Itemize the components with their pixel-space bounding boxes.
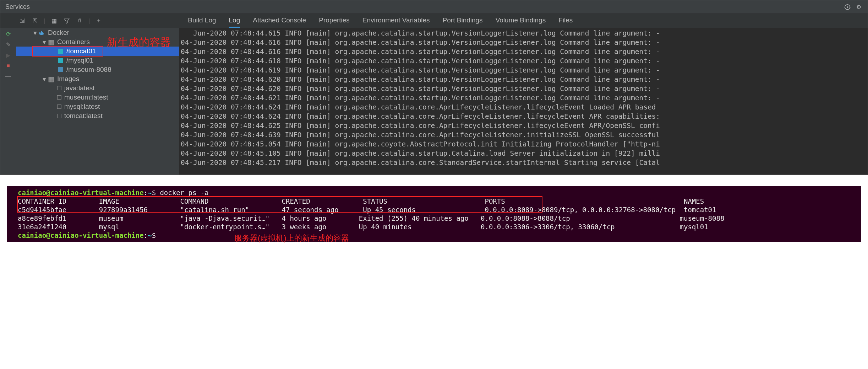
tree-java-latest[interactable]: java:latest [16, 84, 179, 93]
table-row: a8ce89febfd1 museum "java -Djava.securit… [18, 214, 859, 223]
edit-icon[interactable]: ✎ [5, 41, 12, 48]
collapse-all-icon[interactable]: ⇱ [31, 17, 39, 25]
svg-rect-7 [41, 32, 42, 33]
services-tool-window: Services ⚙ ⇲ ⇱ | ▦ ⎙ | ＋ Build Log Log A… [0, 0, 868, 175]
toolbar-row: ⇲ ⇱ | ▦ ⎙ | ＋ Build Log Log Attached Con… [0, 14, 868, 28]
tab-properties[interactable]: Properties [319, 14, 350, 28]
tree-tomcat-latest[interactable]: tomcat:latest [16, 111, 179, 121]
tree-mysql01[interactable]: /mysql01 [16, 56, 179, 65]
table-row: c5d94145bfae 927899a31456 "catalina.sh r… [18, 205, 859, 214]
log-output[interactable]: Jun-2020 07:48:44.615 INFO [main] org.ap… [179, 28, 868, 175]
tab-volume-bindings[interactable]: Volume Bindings [496, 14, 546, 28]
terminal[interactable]: cainiao@cainiao-virtual-machine:~$ docke… [7, 186, 861, 242]
target-icon[interactable] [844, 3, 851, 11]
tree-museum-8088-label: /museum-8088 [66, 66, 111, 74]
svg-point-1 [847, 6, 848, 8]
tree-docker[interactable]: ▾Docker [16, 28, 179, 37]
svg-rect-6 [39, 32, 40, 33]
stop-icon[interactable]: ■ [5, 62, 12, 69]
tab-env[interactable]: Environment Variables [362, 14, 430, 28]
group-icon[interactable]: ▦ [50, 17, 58, 25]
tree-images-label: Images [57, 75, 79, 83]
term-header: CONTAINER ID IMAGE COMMAND CREATED STATU… [18, 197, 859, 205]
tree-containers[interactable]: ▾▦Containers [16, 37, 179, 47]
tab-port-bindings[interactable]: Port Bindings [443, 14, 483, 28]
tree-images[interactable]: ▾▦Images [16, 74, 179, 84]
services-tree[interactable]: ▾Docker ▾▦Containers /tomcat01 /mysql01 … [16, 28, 179, 175]
tree-tomcat-latest-label: tomcat:latest [64, 112, 103, 120]
tree-containers-label: Containers [57, 38, 90, 46]
services-header: Services ⚙ [0, 0, 868, 14]
table-row: 31e6a24f1240 mysql "docker-entrypoint.s…… [18, 223, 859, 231]
tab-build-log[interactable]: Build Log [188, 14, 216, 28]
tree-java-latest-label: java:latest [64, 84, 95, 92]
add-icon[interactable]: ＋ [95, 17, 103, 25]
gear-icon[interactable]: ⚙ [855, 3, 863, 11]
tree-tomcat01[interactable]: /tomcat01 [16, 47, 179, 56]
tree-mysql01-label: /mysql01 [66, 57, 93, 64]
tree-docker-label: Docker [48, 29, 69, 37]
tab-attached-console[interactable]: Attached Console [253, 14, 306, 28]
tab-files[interactable]: Files [558, 14, 573, 28]
tree-museum-latest-label: museum:latest [64, 93, 108, 101]
expand-all-icon[interactable]: ⇲ [18, 17, 26, 25]
tab-log[interactable]: Log [229, 14, 240, 28]
play-icon[interactable]: ▶ [5, 52, 12, 59]
tree-museum-latest[interactable]: museum:latest [16, 93, 179, 102]
tabs: Build Log Log Attached Console Propertie… [177, 14, 573, 28]
term-prompt-2: cainiao@cainiao-virtual-machine:~$ [18, 231, 859, 240]
tree-mysql-latest[interactable]: mysql:latest [16, 102, 179, 111]
svg-rect-9 [42, 32, 43, 33]
tree-mysql-latest-label: mysql:latest [64, 103, 100, 111]
svg-rect-8 [41, 31, 42, 32]
filter-icon[interactable] [63, 17, 71, 25]
services-title: Services [5, 3, 30, 11]
tree-view-icon[interactable]: ⎙ [76, 17, 83, 25]
run-icon[interactable]: ⟳ [5, 30, 12, 37]
term-prompt-1: cainiao@cainiao-virtual-machine:~$ docke… [18, 188, 859, 197]
minus-icon[interactable]: — [5, 73, 12, 80]
tree-museum-8088[interactable]: /museum-8088 [16, 65, 179, 74]
action-rail: ⟳ ✎ ▶ ■ — [0, 28, 16, 175]
tree-tomcat01-label: /tomcat01 [66, 47, 96, 55]
